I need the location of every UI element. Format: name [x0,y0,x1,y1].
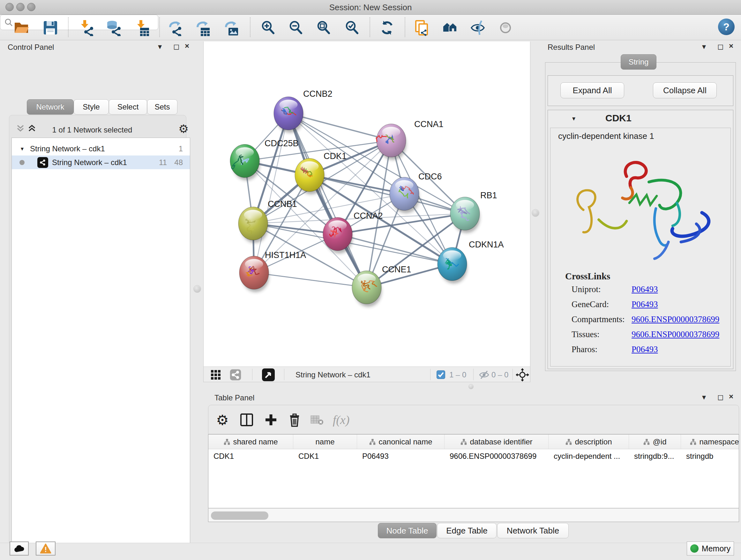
import-network-database-button[interactable] [104,18,123,37]
node-CDKN1A[interactable] [437,247,467,284]
horizontal-splitter-handle[interactable] [468,384,474,389]
column-header-shared-name[interactable]: shared name [208,435,293,449]
node-CCNB2[interactable] [274,97,304,133]
node-CDC6[interactable] [390,177,419,213]
export-network-button[interactable] [166,18,185,37]
show-all-button[interactable] [497,18,515,37]
edge-CCNB2-CCNE1[interactable] [288,113,367,287]
table-panel-collapse-icon[interactable]: ▾ [702,393,706,401]
results-panel-float-icon[interactable]: ◻ [718,42,724,51]
table-horizontal-scrollbar[interactable] [208,508,739,522]
edge-HIST1H1A-CCNE1[interactable] [254,273,367,287]
table-panel-close-icon[interactable]: × [729,392,733,401]
tab-network-table[interactable]: Network Table [497,523,569,538]
warning-button[interactable] [36,542,56,556]
share-view-icon[interactable] [230,369,241,381]
node-CDK1[interactable] [295,159,325,194]
zoom-fit-content-button[interactable] [314,18,333,37]
open-session-button[interactable] [12,18,31,37]
tree-expander-icon[interactable]: ▾ [21,145,23,152]
export-image-button[interactable] [222,18,241,37]
network-row-selected[interactable]: String Network – cdk1 11 48 [12,155,190,169]
results-panel-collapse-icon[interactable]: ▾ [702,42,706,51]
selected-nodes-checkbox[interactable] [436,370,445,379]
string-import-button[interactable] [413,18,431,37]
export-table-icon [195,19,212,36]
memory-button[interactable]: Memory [687,542,734,556]
tab-string[interactable]: String [621,54,657,70]
tab-network[interactable]: Network [27,99,74,115]
delete-column-trash-icon[interactable] [286,411,304,429]
column-header--id[interactable]: @id [629,435,681,449]
zoom-out-button[interactable] [286,18,305,37]
create-column-plus-icon[interactable] [262,411,280,429]
crosslink-value-link[interactable]: P06493 [631,300,658,309]
node-HIST1H1A[interactable] [239,256,269,292]
left-splitter-handle[interactable] [193,285,201,293]
expand-all-button[interactable]: Expand All [560,82,624,98]
tab-node-table[interactable]: Node Table [378,523,436,538]
column-header-name[interactable]: name [293,435,357,449]
control-panel-collapse-icon[interactable]: ▾ [158,42,162,51]
table-cell[interactable]: stringdb:9... [629,449,681,463]
table-cell[interactable]: cyclin-dependent ... [549,449,629,463]
export-table-button[interactable] [194,18,212,37]
tab-edge-table[interactable]: Edge Table [437,523,496,538]
fit-selected-crosshair-icon[interactable] [516,368,529,381]
birds-eye-view-icon[interactable] [262,368,275,381]
right-splitter-handle[interactable] [532,209,539,217]
crosslink-value-link[interactable]: 9606.ENSP00000378699 [631,314,719,324]
column-header-database-identifier[interactable]: database identifier [445,435,549,449]
table-cell[interactable]: CDK1 [293,449,357,463]
results-panel-close-icon[interactable]: × [729,42,733,51]
column-header-description[interactable]: description [549,435,629,449]
crosslinks-title: CrossLinks [565,271,610,282]
scrollbar-thumb[interactable] [211,511,268,520]
import-table-file-button[interactable] [133,18,152,37]
control-panel-float-icon[interactable]: ◻ [173,42,180,51]
collapse-all-button[interactable]: Collapse All [653,82,717,98]
cloud-status-button[interactable] [10,542,29,556]
crosslink-value-link[interactable]: 9606.ENSP00000378699 [631,329,719,339]
save-session-button[interactable] [41,18,60,37]
table-cell[interactable]: 9606.ENSP00000378699 [445,449,549,463]
zoom-selected-button[interactable] [343,18,361,37]
edge-CCNB2-CCNA1[interactable] [288,113,391,140]
protein-section-expander-icon[interactable]: ▾ [572,115,576,122]
hide-selected-button[interactable] [469,18,488,37]
first-neighbors-button[interactable] [441,18,460,37]
node-count: 11 [159,158,167,167]
main-toolbar: ? [0,15,741,40]
crosslink-value-link[interactable]: P06493 [631,345,658,354]
control-panel-close-icon[interactable]: × [185,42,189,51]
node-CCNE1[interactable] [352,271,382,307]
network-canvas[interactable]: CCNB2CCNA1CDC25BCDK1CDC6RB1CCNB1CCNA2CDK… [203,42,530,367]
table-row[interactable]: CDK1CDK1P064939606.ENSP00000378699cyclin… [208,449,739,463]
refresh-view-button[interactable] [378,18,396,37]
table-cell[interactable]: P06493 [357,449,445,463]
crosslink-value-link[interactable]: P06493 [631,285,658,294]
edge-CCNB2-HIST1H1A[interactable] [254,113,288,273]
tab-select[interactable]: Select [109,99,147,115]
grid-view-icon[interactable] [211,370,221,380]
import-network-file-button[interactable] [77,18,96,37]
tab-sets[interactable]: Sets [147,99,178,115]
node-CCNA1[interactable] [376,124,406,160]
table-cell[interactable]: stringdb [681,449,739,463]
zoom-in-button[interactable] [259,18,277,37]
node-CDC25B[interactable] [230,144,260,180]
network-collection-row[interactable]: ▾ String Network – cdk1 1 [12,142,190,155]
node-CCNA2[interactable] [323,217,353,253]
node-RB1[interactable] [450,197,480,233]
zoom-fit-content-icon [315,19,332,36]
show-columns-icon[interactable] [238,411,256,429]
column-header-canonical-name[interactable]: canonical name [357,435,445,449]
help-button[interactable]: ? [718,18,735,35]
table-cell[interactable]: CDK1 [208,449,293,463]
column-header-namespace[interactable]: namespace [681,435,739,449]
table-options-gear-icon[interactable]: ⚙ [213,411,231,429]
node-CCNB1[interactable] [239,207,268,243]
table-panel-float-icon[interactable]: ◻ [718,393,724,401]
tab-style[interactable]: Style [74,99,109,115]
network-options-gear-icon[interactable]: ⚙ [179,122,189,136]
